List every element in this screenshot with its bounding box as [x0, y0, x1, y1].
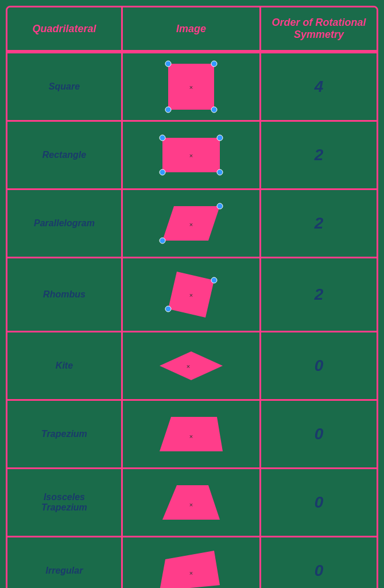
- cell-order-irregular: 0: [261, 537, 377, 588]
- svg-marker-20: [160, 351, 223, 380]
- svg-point-8: [160, 135, 165, 141]
- header-symmetry: Order of Rotational Symmetry: [261, 7, 377, 52]
- svg-point-11: [217, 169, 223, 175]
- table-row: Rectangle × 2: [7, 120, 377, 188]
- cell-image-irregular: ×: [123, 537, 261, 588]
- kite-svg: ×: [154, 337, 228, 394]
- isosceles-trapezium-svg: ×: [154, 474, 228, 531]
- cell-name-parallelogram: Parallelogram: [7, 190, 123, 257]
- cell-image-trapezium: ×: [123, 401, 261, 467]
- svg-point-15: [160, 238, 165, 243]
- cell-name-rhombus: Rhombus: [7, 258, 123, 331]
- svg-text:×: ×: [189, 501, 193, 508]
- cell-order-isosceles-trapezium: 0: [261, 469, 377, 536]
- header-image: Image: [123, 7, 261, 52]
- svg-point-9: [217, 135, 223, 141]
- svg-text:×: ×: [189, 221, 193, 228]
- table-row: Parallelogram × 2: [7, 188, 377, 257]
- cell-order-kite: 0: [261, 332, 377, 399]
- square-svg: ×: [154, 58, 228, 115]
- cell-image-rectangle: ×: [123, 122, 261, 188]
- svg-point-3: [211, 61, 217, 67]
- cell-image-rhombus: ×: [123, 258, 261, 331]
- cell-order-trapezium: 0: [261, 401, 377, 467]
- svg-text:×: ×: [187, 363, 190, 370]
- cell-name-rectangle: Rectangle: [7, 122, 123, 188]
- svg-text:×: ×: [189, 433, 193, 440]
- table-row: Rhombus × 2: [7, 257, 377, 331]
- header-quadrilateral: Quadrilateral: [7, 7, 123, 52]
- cell-order-rectangle: 2: [261, 122, 377, 188]
- cell-image-kite: ×: [123, 332, 261, 399]
- cell-name-trapezium: Trapezium: [7, 401, 123, 467]
- svg-text:×: ×: [189, 570, 193, 577]
- svg-point-4: [165, 107, 171, 113]
- svg-point-5: [211, 107, 217, 113]
- cell-order-rhombus: 2: [261, 258, 377, 331]
- table-row: Square × 4: [7, 52, 377, 120]
- cell-image-parallelogram: ×: [123, 190, 261, 257]
- svg-point-14: [217, 203, 223, 209]
- cell-image-isosceles-trapezium: ×: [123, 469, 261, 536]
- rectangle-svg: ×: [154, 126, 228, 184]
- svg-point-18: [211, 277, 217, 283]
- irregular-svg: ×: [154, 542, 228, 588]
- svg-text:×: ×: [189, 292, 193, 299]
- rhombus-svg: ×: [154, 263, 228, 326]
- svg-text:×: ×: [189, 152, 193, 159]
- cell-name-isosceles-trapezium: IsoscelesTrapezium: [7, 469, 123, 536]
- cell-image-square: ×: [123, 53, 261, 120]
- svg-text:×: ×: [189, 84, 193, 91]
- table-header: Quadrilateral Image Order of Rotational …: [7, 7, 377, 52]
- cell-name-kite: Kite: [7, 332, 123, 399]
- cell-order-square: 4: [261, 53, 377, 120]
- trapezium-svg: ×: [154, 405, 228, 463]
- table-row: Trapezium × 0: [7, 399, 377, 467]
- cell-order-parallelogram: 2: [261, 190, 377, 257]
- table-row: Irregular × 0: [7, 536, 377, 588]
- svg-point-19: [165, 306, 171, 312]
- svg-point-10: [160, 169, 165, 175]
- cell-name-irregular: Irregular: [7, 537, 123, 588]
- svg-point-2: [165, 61, 171, 67]
- main-table: Quadrilateral Image Order of Rotational …: [6, 6, 378, 588]
- table-row: IsoscelesTrapezium × 0: [7, 467, 377, 536]
- parallelogram-svg: ×: [154, 195, 228, 252]
- table-row: Kite × 0: [7, 331, 377, 399]
- cell-name-square: Square: [7, 53, 123, 120]
